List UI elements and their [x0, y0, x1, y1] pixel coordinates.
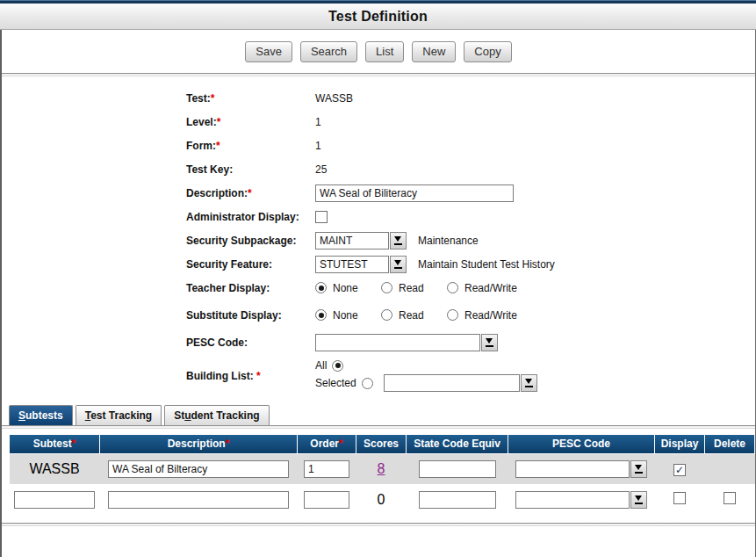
page-header: Test Definition [0, 4, 756, 30]
row2-delete-checkbox[interactable] [724, 492, 736, 504]
teacher-read-label: Read [399, 282, 424, 294]
security-subpackage-description: Maintenance [418, 235, 479, 247]
row2-pesc-dropdown-button[interactable] [630, 491, 647, 509]
new-button[interactable]: New [412, 41, 456, 62]
building-selected-radio[interactable] [362, 378, 373, 389]
building-all-label: All [315, 359, 327, 372]
row1-display-checkbox[interactable] [673, 464, 686, 476]
substitute-none-radio[interactable] [315, 309, 327, 321]
row1-scores-link[interactable]: 8 [378, 461, 385, 476]
substitute-read-radio[interactable] [381, 309, 392, 321]
search-button[interactable]: Search [300, 41, 357, 62]
security-subpackage-input[interactable] [315, 232, 389, 250]
level-label: Level: [186, 116, 217, 128]
row2-scores-value: 0 [356, 484, 407, 515]
pesc-code-input[interactable] [315, 334, 480, 351]
field-row-test: Test:* WASSB [186, 89, 755, 107]
building-list-label: Building List: [186, 370, 254, 382]
test-key-value: 25 [315, 163, 327, 176]
field-row-pesc-code: PESC Code: [186, 333, 755, 351]
dropdown-arrow-icon [635, 465, 643, 474]
dropdown-arrow-icon [394, 260, 402, 269]
required-asterisk: * [211, 92, 215, 105]
field-row-admin-display: Administrator Display: [186, 207, 755, 226]
row1-state-code-input[interactable] [419, 460, 496, 478]
content-frame: Save Search List New Copy Test:* WASSB L… [0, 30, 756, 557]
security-feature-label: Security Feature: [186, 258, 315, 271]
copy-button[interactable]: Copy [464, 41, 511, 62]
pesc-code-combo [315, 334, 498, 351]
security-feature-combo [315, 256, 407, 273]
row2-order-input[interactable] [304, 491, 349, 509]
test-key-label: Test Key: [186, 163, 315, 176]
teacher-display-label: Teacher Display: [186, 282, 315, 294]
tab-subtests[interactable]: Subtests [9, 405, 73, 425]
page-title: Test Definition [328, 9, 428, 25]
field-row-teacher-display: Teacher Display: None Read Read/Write [186, 278, 755, 297]
field-row-building-list: Building List: * All Selected [186, 357, 755, 394]
security-subpackage-dropdown-button[interactable] [390, 232, 407, 250]
subtests-table: Subtest* Description* Order* Scores Stat… [9, 435, 755, 515]
row1-order-input[interactable] [304, 460, 349, 478]
pesc-code-label: PESC Code: [186, 336, 315, 349]
dropdown-arrow-icon [635, 496, 643, 504]
field-row-security-feature: Security Feature: Maintain Student Test … [186, 255, 755, 273]
tab-strip: Subtests Test Tracking Student Tracking [2, 405, 755, 425]
field-row-test-key: Test Key: 25 [186, 160, 755, 178]
field-row-form: Form:* 1 [186, 136, 755, 155]
teacher-none-label: None [333, 282, 358, 294]
dropdown-arrow-icon [486, 338, 493, 347]
substitute-readwrite-label: Read/Write [464, 309, 517, 322]
security-feature-description: Maintain Student Test History [418, 258, 555, 271]
dropdown-arrow-icon [394, 236, 402, 245]
field-row-security-subpackage: Security Subpackage: Maintenance [186, 231, 755, 250]
building-selected-input [384, 374, 520, 392]
divider [2, 425, 755, 429]
row2-state-code-input[interactable] [419, 491, 496, 509]
field-row-description: Description:* [186, 184, 755, 202]
table-header-row: Subtest* Description* Order* Scores Stat… [10, 435, 755, 453]
test-label: Test: [186, 92, 211, 105]
required-asterisk: * [217, 116, 221, 128]
security-subpackage-label: Security Subpackage: [186, 235, 315, 247]
teacher-readwrite-label: Read/Write [464, 282, 517, 294]
pesc-code-dropdown-button[interactable] [481, 334, 498, 351]
teacher-display-radio-group: None Read Read/Write [315, 282, 517, 294]
substitute-read-label: Read [399, 309, 424, 322]
row1-pesc-code-input[interactable] [515, 460, 630, 478]
security-feature-input[interactable] [315, 256, 389, 273]
teacher-readwrite-radio[interactable] [447, 282, 458, 293]
save-button[interactable]: Save [245, 41, 292, 62]
security-feature-dropdown-button[interactable] [390, 256, 407, 273]
substitute-readwrite-radio[interactable] [447, 309, 458, 321]
list-button[interactable]: List [365, 41, 404, 62]
description-input[interactable] [315, 184, 514, 202]
row2-display-checkbox[interactable] [673, 492, 686, 504]
tab-test-tracking[interactable]: Test Tracking [76, 405, 162, 425]
row2-pesc-code-input[interactable] [515, 491, 630, 509]
table-row: 0 [10, 484, 755, 515]
substitute-display-radio-group: None Read Read/Write [315, 309, 517, 322]
test-definition-form: Test:* WASSB Level:* 1 Form:* 1 Test Key… [2, 76, 755, 394]
teacher-none-radio[interactable] [315, 282, 327, 293]
col-display: Display [655, 435, 705, 453]
row2-subtest-input[interactable] [14, 491, 95, 509]
form-label: Form: [186, 140, 216, 152]
building-list-options: All Selected [315, 357, 537, 394]
required-asterisk: * [248, 187, 252, 199]
teacher-read-radio[interactable] [381, 282, 392, 293]
row1-description-input[interactable] [108, 460, 289, 478]
building-all-radio[interactable] [332, 360, 343, 372]
test-value: WASSB [315, 92, 353, 105]
subtest-code-cell: WASSB [10, 453, 100, 484]
col-delete: Delete [705, 435, 755, 453]
dropdown-arrow-icon [525, 379, 533, 387]
col-pesc-code: PESC Code [508, 435, 655, 453]
substitute-display-label: Substitute Display: [186, 309, 315, 322]
admin-display-checkbox[interactable] [315, 211, 328, 223]
required-asterisk: * [256, 370, 261, 382]
tab-student-tracking[interactable]: Student Tracking [164, 405, 269, 425]
row1-pesc-dropdown-button[interactable] [630, 460, 647, 478]
building-selected-dropdown-button[interactable] [521, 374, 537, 392]
row2-description-input[interactable] [108, 491, 289, 509]
